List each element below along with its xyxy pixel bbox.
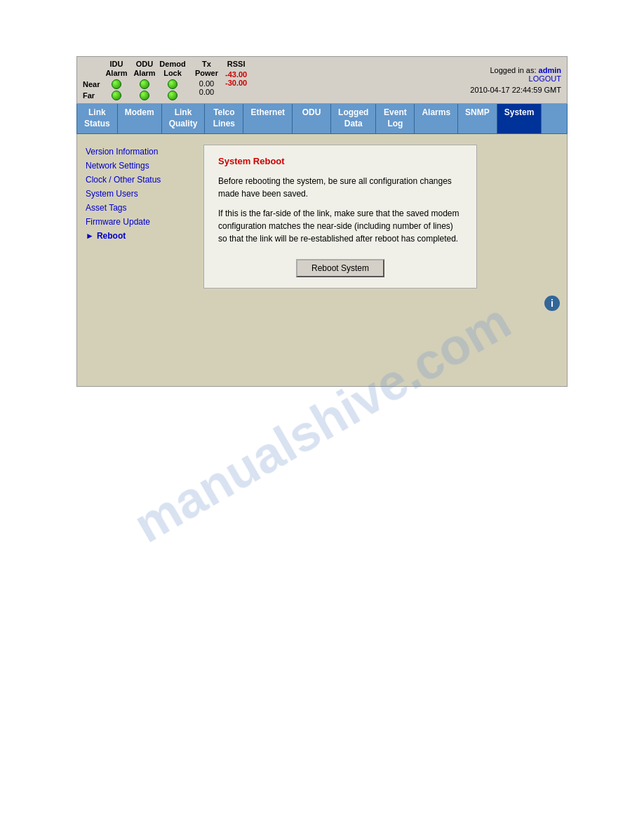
odu-alarm-header: ODUAlarm (130, 60, 159, 78)
sidebar-item-reboot-row[interactable]: ► Reboot (84, 229, 196, 243)
far-label: Far (83, 91, 102, 100)
datetime: 2010-04-17 22:44:59 GMT (470, 86, 561, 94)
main-content: Version Information Network Settings Clo… (76, 134, 568, 387)
near-odu-led (130, 79, 159, 89)
tab-event-log[interactable]: EventLog (376, 104, 415, 133)
reboot-desc1: Before rebooting the system, be sure all… (218, 175, 462, 200)
reboot-desc2: If this is the far-side of the link, mak… (218, 207, 462, 245)
tab-link-status[interactable]: LinkStatus (77, 104, 118, 133)
header-left: IDUAlarm ODUAlarm DemodLock Near Far TxP… (83, 60, 247, 100)
tab-logged-data[interactable]: LoggedData (331, 104, 376, 133)
alarm-grid: IDUAlarm ODUAlarm DemodLock Near Far (83, 60, 187, 100)
tx-power-header: TxPower (195, 60, 218, 78)
header-right: Logged in as: admin LOGOUT 2010-04-17 22… (470, 66, 561, 94)
system-reboot-box: System Reboot Before rebooting the syste… (203, 145, 477, 289)
near-idu-led (102, 79, 130, 89)
near-demod-led (159, 79, 187, 89)
near-label: Near (83, 80, 102, 88)
nav-tabs: LinkStatus Modem LinkQuality TelcoLines … (76, 104, 568, 133)
tab-link-quality[interactable]: LinkQuality (162, 104, 206, 133)
sidebar-arrow: ► (86, 231, 94, 241)
reboot-title: System Reboot (218, 156, 462, 166)
reboot-system-button[interactable]: Reboot System (296, 259, 384, 277)
logged-in-label: Logged in as: (490, 66, 536, 74)
far-odu-led (130, 91, 159, 100)
rssi-header: RSSI (227, 60, 246, 69)
sidebar-item-version-information[interactable]: Version Information (84, 145, 196, 159)
reboot-button-row: Reboot System (218, 259, 462, 277)
tab-snmp[interactable]: SNMP (458, 104, 497, 133)
info-icon[interactable]: i (544, 296, 560, 311)
idu-alarm-header: IDUAlarm (102, 60, 130, 78)
tab-modem[interactable]: Modem (118, 104, 162, 133)
rssi-block: RSSI -43.00 -30.00 (225, 60, 247, 87)
far-idu-led (102, 91, 130, 100)
near-tx-value: 0.00 (199, 79, 214, 88)
tx-rssi-block: TxPower 0.00 0.00 RSSI -43.00 -30.00 (195, 60, 247, 96)
tab-alarms[interactable]: Alarms (415, 104, 458, 133)
sidebar-active-label: Reboot (97, 231, 126, 241)
tab-telco-lines[interactable]: TelcoLines (205, 104, 243, 133)
header-bar: IDUAlarm ODUAlarm DemodLock Near Far TxP… (76, 56, 568, 104)
tab-ethernet[interactable]: Ethernet (243, 104, 293, 133)
far-rssi-value: -30.00 (225, 79, 247, 87)
near-rssi-value: -43.00 (225, 70, 247, 79)
tab-system[interactable]: System (497, 104, 542, 133)
info-icon-row: i (203, 296, 560, 311)
content-panel: System Reboot Before rebooting the syste… (203, 141, 560, 379)
sidebar-item-asset-tags[interactable]: Asset Tags (84, 201, 196, 215)
sidebar-item-system-users[interactable]: System Users (84, 187, 196, 201)
logout-link[interactable]: LOGOUT (470, 74, 561, 83)
far-tx-value: 0.00 (199, 88, 214, 96)
sidebar: Version Information Network Settings Clo… (84, 141, 196, 379)
sidebar-item-clock-other-status[interactable]: Clock / Other Status (84, 173, 196, 187)
far-demod-led (159, 91, 187, 100)
admin-username: admin (539, 66, 561, 74)
tab-odu[interactable]: ODU (293, 104, 331, 133)
demod-lock-header: DemodLock (159, 60, 187, 78)
tx-power-block: TxPower 0.00 0.00 (195, 60, 218, 96)
sidebar-item-firmware-update[interactable]: Firmware Update (84, 215, 196, 229)
sidebar-item-network-settings[interactable]: Network Settings (84, 159, 196, 173)
